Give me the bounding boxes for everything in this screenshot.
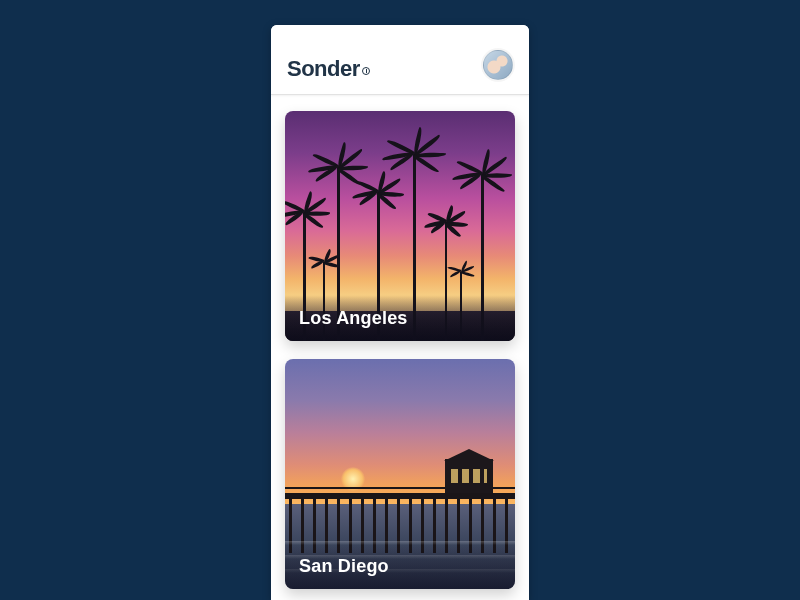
app-frame: Sonder Los Angeles <box>271 25 529 600</box>
destination-label: Los Angeles <box>285 296 515 341</box>
destination-feed[interactable]: Los Angeles <box>271 95 529 600</box>
avatar[interactable] <box>483 50 513 80</box>
destination-card-san-diego[interactable]: San Diego <box>285 359 515 589</box>
brand-mark-icon <box>362 67 370 75</box>
app-header: Sonder <box>271 25 529 95</box>
destination-card-los-angeles[interactable]: Los Angeles <box>285 111 515 341</box>
brand: Sonder <box>287 56 370 82</box>
brand-name: Sonder <box>287 56 360 82</box>
destination-label: San Diego <box>285 544 515 589</box>
